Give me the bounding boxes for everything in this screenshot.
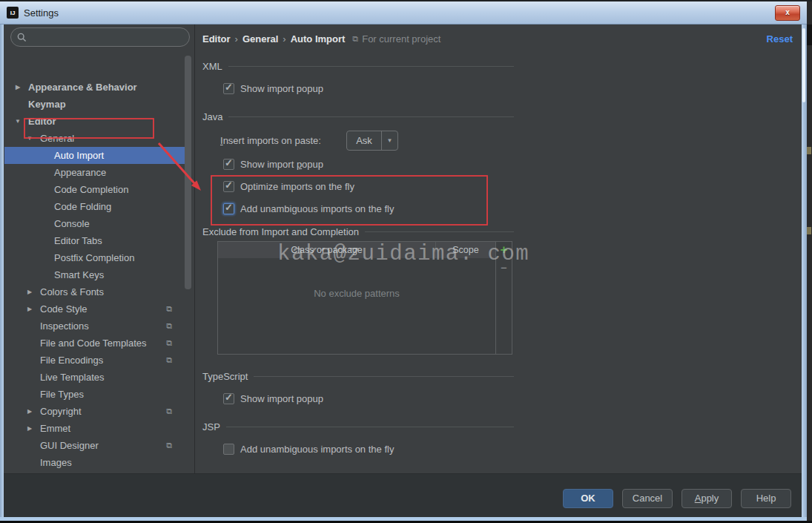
breadcrumb-general[interactable]: General — [242, 33, 278, 45]
section-header-java: Java — [202, 111, 514, 122]
chevron-right-icon[interactable]: ▶ — [24, 408, 36, 415]
background-artifact — [807, 227, 811, 234]
close-button[interactable]: x — [775, 5, 800, 21]
apply-button[interactable]: Apply — [681, 489, 732, 508]
breadcrumb: Editor › General › Auto Import ⧉ For cur… — [202, 30, 440, 47]
window-title: Settings — [24, 7, 59, 19]
checkbox-add-unambiguous-imports-on-the-fly[interactable]: ✓ — [223, 203, 234, 214]
sidebar-item-emmet[interactable]: ▶Emmet — [4, 420, 185, 437]
search-icon — [17, 33, 27, 42]
sidebar-item-live-templates[interactable]: Live Templates — [4, 369, 185, 386]
table-header: Class or package Scope — [218, 242, 495, 258]
sidebar-item-smart-keys[interactable]: Smart Keys — [4, 266, 185, 283]
checkbox-optimize-imports-on-the-fly[interactable]: ✓ — [223, 181, 234, 192]
sidebar-item-editor-tabs[interactable]: Editor Tabs — [4, 232, 185, 249]
per-project-settings-icon: ⧉ — [166, 321, 172, 331]
section-title: Java — [202, 111, 222, 122]
sidebar-item-general[interactable]: ▼General — [4, 130, 185, 147]
sidebar-item-code-folding[interactable]: Code Folding — [4, 198, 185, 215]
sidebar-item-label: Code Style — [40, 303, 88, 315]
sidebar-item-file-encodings[interactable]: File Encodings⧉ — [4, 352, 185, 369]
sidebar-item-label: Postfix Completion — [54, 252, 134, 263]
settings-content-panel: Editor › General › Auto Import ⧉ For cur… — [195, 24, 802, 473]
checkbox-label: Optimize imports on the fly — [240, 181, 354, 192]
sidebar-item-keymap[interactable]: Keymap — [4, 96, 185, 113]
checkbox-show-import-popup-xml[interactable]: ✓ — [223, 83, 234, 94]
insert-imports-on-paste-label: Insert imports on paste: — [220, 133, 321, 148]
sidebar-item-label: Console — [54, 218, 90, 229]
breadcrumb-separator: › — [235, 33, 238, 45]
window-titlebar[interactable]: IJ Settings x — [0, 1, 807, 24]
checkbox-show-import-popup-java[interactable]: ✓ — [223, 159, 234, 170]
remove-pattern-button[interactable]: − — [501, 263, 507, 273]
table-toolbar: + − — [495, 242, 512, 354]
chevron-right-icon[interactable]: ▶ — [12, 84, 24, 91]
reset-link[interactable]: Reset — [767, 33, 793, 45]
sidebar-item-label: Editor Tabs — [54, 235, 102, 246]
checkmark-icon: ✓ — [225, 82, 233, 93]
checkbox-label: Show import popup — [240, 159, 323, 170]
chevron-right-icon[interactable]: ▶ — [24, 289, 36, 295]
per-project-settings-icon: ⧉ — [166, 338, 172, 348]
sidebar-item-postfix-completion[interactable]: Postfix Completion — [4, 249, 185, 266]
empty-table-message: No exclude patterns — [218, 288, 495, 299]
window-border — [802, 24, 807, 517]
exclude-patterns-table[interactable]: Class or package Scope + − No exclude pa… — [217, 241, 512, 355]
section-title: Exclude from Import and Completion — [202, 226, 359, 237]
sidebar-scrollbar-thumb[interactable] — [185, 56, 191, 289]
checkbox-label: Add unambiguous imports on the fly — [240, 203, 394, 214]
chevron-right-icon[interactable]: ▶ — [24, 306, 36, 312]
sidebar-item-copyright[interactable]: ▶Copyright⧉ — [4, 403, 185, 420]
checkbox-label: Add unambiguous imports on the fly — [240, 444, 394, 455]
chevron-down-icon[interactable]: ▼ — [12, 118, 24, 125]
search-input[interactable] — [27, 32, 189, 42]
sidebar-item-appearance[interactable]: Appearance — [4, 164, 185, 181]
per-project-settings-icon: ⧉ — [352, 34, 358, 44]
section-title: TypeScript — [202, 371, 248, 382]
sidebar-item-label: Emmet — [40, 423, 70, 434]
sidebar-item-label: Appearance — [54, 167, 106, 178]
checkbox-row-optimize-imports: ✓ Optimize imports on the fly — [223, 179, 354, 194]
sidebar-item-file-types[interactable]: File Types — [4, 386, 185, 403]
per-project-settings-icon: ⧉ — [166, 441, 172, 450]
sidebar-item-label: Smart Keys — [54, 269, 104, 280]
chevron-down-icon[interactable]: ▼ — [24, 135, 36, 142]
checkbox-show-import-popup-typescript[interactable]: ✓ — [223, 393, 234, 404]
section-header-typescript: TypeScript — [202, 370, 514, 382]
sidebar-item-gui-designer[interactable]: GUI Designer⧉ — [4, 437, 185, 454]
sidebar-item-inspections[interactable]: Inspections⧉ — [4, 318, 185, 335]
sidebar-item-console[interactable]: Console — [4, 215, 185, 232]
column-header-class-or-package[interactable]: Class or package — [218, 242, 436, 258]
combobox-value: Ask — [347, 131, 381, 150]
sidebar-item-auto-import[interactable]: Auto Import — [4, 147, 185, 164]
background-artifact — [807, 24, 812, 45]
settings-search-box[interactable] — [10, 27, 190, 47]
intellij-logo-icon: IJ — [7, 7, 19, 19]
add-pattern-button[interactable]: + — [501, 244, 508, 256]
help-button[interactable]: Help — [741, 489, 791, 508]
sidebar-item-editor[interactable]: ▼Editor — [4, 113, 185, 130]
breadcrumb-auto-import: Auto Import — [291, 33, 346, 45]
column-header-scope[interactable]: Scope — [436, 242, 495, 258]
checkmark-icon: ✓ — [225, 392, 233, 403]
per-project-settings-icon: ⧉ — [166, 407, 172, 416]
combobox-arrow-icon[interactable]: ▼ — [381, 131, 397, 150]
sidebar-item-code-completion[interactable]: Code Completion — [4, 181, 185, 198]
cancel-button[interactable]: Cancel — [622, 489, 673, 508]
checkbox-add-unambiguous-imports-jsp[interactable] — [223, 444, 234, 455]
sidebar-item-label: Live Templates — [40, 372, 104, 383]
sidebar-item-code-style[interactable]: ▶Code Style⧉ — [4, 300, 185, 318]
checkbox-label: Show import popup — [240, 393, 323, 404]
sidebar-item-appearance-behavior[interactable]: ▶Appearance & Behavior — [4, 79, 185, 96]
sidebar-item-colors-fonts[interactable]: ▶Colors & Fonts — [4, 283, 185, 300]
sidebar-item-label: Keymap — [28, 99, 66, 110]
checkbox-row-typescript-show-import-popup: ✓ Show import popup — [223, 391, 323, 406]
chevron-right-icon[interactable]: ▶ — [24, 425, 36, 432]
checkbox-label: Show import popup — [240, 83, 323, 94]
sidebar-item-label: File Encodings — [40, 355, 103, 366]
sidebar-item-file-and-code-templates[interactable]: File and Code Templates⧉ — [4, 335, 185, 352]
insert-imports-combobox[interactable]: Ask ▼ — [346, 131, 398, 151]
ok-button[interactable]: OK — [563, 489, 613, 508]
breadcrumb-editor[interactable]: Editor — [202, 33, 231, 45]
sidebar-item-images[interactable]: Images — [4, 454, 185, 471]
